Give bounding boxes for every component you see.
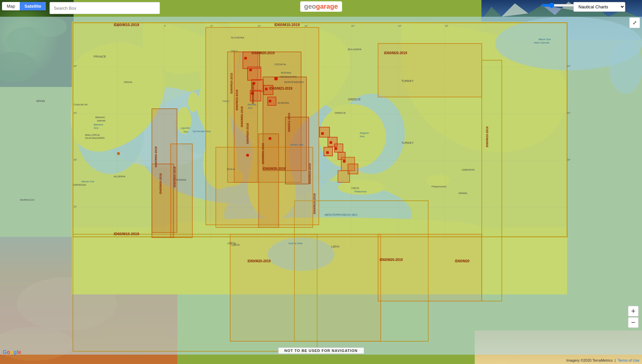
svg-text:TURKEY: TURKEY [401, 141, 414, 145]
svg-text:MALLORCA: MALLORCA [85, 133, 100, 136]
map-satellite-toggle[interactable]: Map Satellite [2, 2, 46, 10]
svg-rect-68 [348, 164, 358, 174]
search-input[interactable] [50, 2, 160, 14]
svg-text:CROATIA: CROATIA [274, 63, 286, 66]
svg-rect-54 [152, 164, 174, 238]
svg-text:4°: 4° [164, 25, 166, 27]
svg-rect-83 [117, 152, 120, 155]
imagery-credit: Imagery ©2020 TerraMetrics [566, 358, 613, 362]
svg-text:ID60/M23-2018: ID60/M23-2018 [251, 83, 255, 104]
map-button[interactable]: Map [2, 2, 20, 10]
svg-text:CRETE: CRETE [351, 187, 359, 189]
svg-rect-77 [246, 154, 249, 157]
svg-text:ID60/M30-2018: ID60/M30-2018 [263, 167, 286, 171]
svg-text:Sea: Sea [248, 106, 253, 109]
terms-link[interactable]: Terms of Use [618, 358, 639, 362]
svg-text:0°: 0° [117, 25, 119, 27]
svg-text:SLOVENIA: SLOVENIA [231, 36, 245, 39]
map-svg[interactable]: ID60/M10-2019 ID60/M10-2019 ID60/M20-201… [0, 0, 642, 364]
svg-text:Alboran Sea: Alboran Sea [81, 180, 94, 183]
svg-text:ID60/M10-2019: ID60/M10-2019 [274, 23, 300, 27]
svg-rect-76 [269, 137, 271, 140]
nautical-charts-select[interactable]: Nautical Charts [573, 2, 625, 12]
svg-text:Costa del Sol: Costa del Sol [74, 103, 88, 106]
svg-text:HERZEGOVINA: HERZEGOVINA [280, 76, 297, 78]
svg-text:SICILIA: SICILIA [227, 168, 235, 170]
svg-text:Ligurian: Ligurian [181, 126, 190, 129]
svg-text:Adriatic: Adriatic [247, 103, 257, 106]
svg-text:Black Sea: Black Sea [539, 38, 551, 41]
svg-text:Balearic: Balearic [94, 123, 103, 126]
google-logo: Google [3, 349, 21, 355]
zoom-slider-area[interactable] [542, 3, 575, 8]
svg-point-31 [609, 40, 642, 94]
svg-text:ID60/M50-2019: ID60/M50-2019 [261, 143, 265, 164]
not-navigation-banner: NOT TO BE USED FOR NAVIGATION [278, 347, 364, 354]
svg-text:40°: 40° [567, 112, 571, 114]
svg-text:ID60/M50-2018: ID60/M50-2018 [154, 147, 158, 167]
svg-rect-69 [244, 57, 247, 60]
svg-text:Palaiochora: Palaiochora [354, 190, 367, 193]
zoom-slider[interactable] [542, 3, 575, 8]
svg-text:36°: 36° [74, 159, 77, 161]
zoom-controls: + − [628, 306, 639, 328]
zoom-out-button[interactable]: − [628, 317, 639, 328]
svg-text:ID60/M20-2018: ID60/M20-2018 [246, 123, 249, 144]
svg-text:ISLAS BALEARES: ISLAS BALEARES [85, 137, 105, 139]
svg-text:BULGARIA: BULGARIA [348, 48, 362, 51]
svg-text:LIBYA: LIBYA [232, 243, 240, 247]
svg-text:GREECE: GREECE [348, 98, 361, 101]
svg-text:ID60/M20-2019: ID60/M20-2019 [248, 259, 271, 263]
svg-text:12°: 12° [258, 25, 261, 27]
svg-rect-82 [343, 160, 346, 163]
svg-text:ID60/M20-2019: ID60/M20-2019 [380, 258, 403, 262]
svg-rect-78 [321, 132, 324, 135]
svg-text:44°: 44° [567, 65, 571, 67]
svg-text:ITALY: ITALY [231, 50, 238, 53]
zoom-in-button[interactable]: + [628, 306, 639, 316]
search-box-wrapper [50, 2, 160, 14]
svg-rect-79 [330, 141, 332, 144]
svg-rect-41 [482, 60, 502, 301]
svg-text:Sea: Sea [360, 135, 365, 138]
svg-text:ID60/M10-2019: ID60/M10-2019 [308, 163, 311, 184]
svg-rect-75 [269, 100, 271, 102]
nautical-charts-wrapper[interactable]: Nautical Charts [573, 2, 625, 12]
svg-text:Gulf of Sirte: Gulf of Sirte [288, 242, 303, 245]
svg-text:44°: 44° [74, 65, 77, 67]
svg-text:36°: 36° [567, 159, 571, 161]
svg-text:24°: 24° [398, 25, 402, 27]
footer-bar: Imagery ©2020 TerraMetrics | Terms of Us… [566, 357, 642, 364]
svg-text:32°: 32° [74, 205, 77, 208]
svg-text:ID60/G1-2019: ID60/G1-2019 [287, 113, 291, 132]
svg-text:ID60/M20-2019: ID60/M20-2019 [173, 167, 176, 187]
svg-text:16°: 16° [304, 25, 308, 27]
svg-text:GREECE: GREECE [335, 111, 346, 114]
svg-text:Tyrrhenian Sea: Tyrrhenian Sea [192, 130, 211, 133]
svg-text:LIBYA: LIBYA [331, 245, 340, 248]
svg-text:Peloponnesos: Peloponnesos [432, 185, 447, 188]
svg-text:ID60/M20-2019: ID60/M20-2019 [384, 51, 407, 55]
svg-text:Sea: Sea [183, 130, 188, 133]
fullscreen-button[interactable]: ⤢ [629, 17, 640, 28]
svg-text:Ionian Sea: Ionian Sea [290, 143, 303, 146]
svg-text:ITALY: ITALY [222, 100, 230, 103]
svg-rect-73 [265, 88, 268, 90]
svg-text:ID60/M20-2019: ID60/M20-2019 [252, 51, 275, 55]
map-container[interactable]: ID60/M10-2019 ID60/M10-2019 ID60/M20-201… [0, 0, 642, 364]
svg-text:ISRAEL: ISRAEL [458, 192, 468, 195]
svg-text:ID60/M10-2019: ID60/M10-2019 [114, 232, 139, 236]
svg-text:ID60/M05-2018: ID60/M05-2018 [159, 173, 162, 194]
svg-rect-70 [249, 69, 252, 71]
svg-text:BOSNIA: BOSNIA [281, 71, 291, 74]
svg-text:SPAIN: SPAIN [36, 99, 45, 103]
svg-text:ID60/M23-2019: ID60/M23-2019 [269, 87, 292, 90]
satellite-button[interactable]: Satellite [20, 2, 46, 10]
svg-text:ID60/M23-2018: ID60/M23-2018 [235, 90, 239, 110]
svg-text:20°: 20° [351, 25, 355, 27]
svg-rect-81 [335, 147, 337, 150]
svg-rect-74 [274, 77, 278, 80]
svg-text:MONTENEGRO: MONTENEGRO [284, 81, 304, 84]
svg-text:ID60/M33-2015: ID60/M33-2015 [230, 73, 233, 94]
svg-text:GENOA: GENOA [124, 81, 132, 83]
